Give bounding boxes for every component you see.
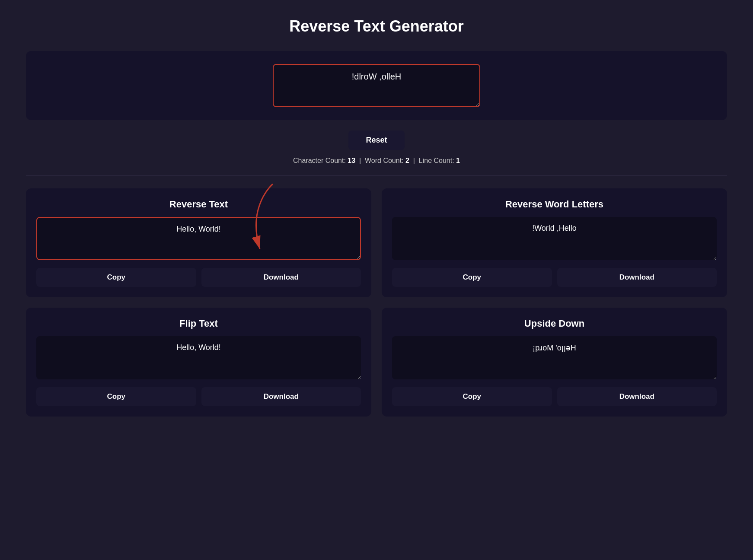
result-textarea-reverse-word-letters[interactable] [392,217,717,260]
copy-button-flip-text[interactable]: Copy [36,387,196,406]
result-title-reverse-word-letters: Reverse Word Letters [392,199,717,210]
result-title-flip-text: Flip Text [36,318,361,329]
copy-button-reverse-word-letters[interactable]: Copy [392,268,552,287]
result-title-reverse-text: Reverse Text [36,199,361,210]
reset-button[interactable]: Reset [348,130,404,150]
download-button-flip-text[interactable]: Download [201,387,361,406]
result-buttons-reverse-word-letters: CopyDownload [392,268,717,287]
result-card-flip-text: Flip TextCopyDownload [26,308,371,417]
main-input[interactable]: !dlroW ,olleH [273,64,480,107]
results-grid: Reverse TextCopyDownloadReverse Word Let… [26,188,727,417]
download-button-reverse-text[interactable]: Download [201,268,361,287]
result-card-reverse-text: Reverse TextCopyDownload [26,188,371,297]
copy-button-upside-down[interactable]: Copy [392,387,552,406]
download-button-reverse-word-letters[interactable]: Download [557,268,717,287]
result-buttons-reverse-text: CopyDownload [36,268,361,287]
result-textarea-upside-down[interactable] [392,336,717,379]
char-count: 13 [348,157,355,164]
line-count: 1 [456,157,460,164]
result-buttons-upside-down: CopyDownload [392,387,717,406]
word-count: 2 [405,157,409,164]
result-buttons-flip-text: CopyDownload [36,387,361,406]
page-title: Reverse Text Generator [26,17,727,35]
stats-text: Character Count: 13 | Word Count: 2 | Li… [293,157,460,165]
controls-section: Reset Character Count: 13 | Word Count: … [26,130,727,165]
input-section: !dlroW ,olleH [26,51,727,120]
result-title-upside-down: Upside Down [392,318,717,329]
download-button-upside-down[interactable]: Download [557,387,717,406]
result-textarea-flip-text[interactable] [36,336,361,379]
divider [26,175,727,175]
result-card-reverse-word-letters: Reverse Word LettersCopyDownload [382,188,727,297]
result-card-upside-down: Upside DownCopyDownload [382,308,727,417]
result-textarea-reverse-text[interactable] [36,217,361,260]
copy-button-reverse-text[interactable]: Copy [36,268,196,287]
